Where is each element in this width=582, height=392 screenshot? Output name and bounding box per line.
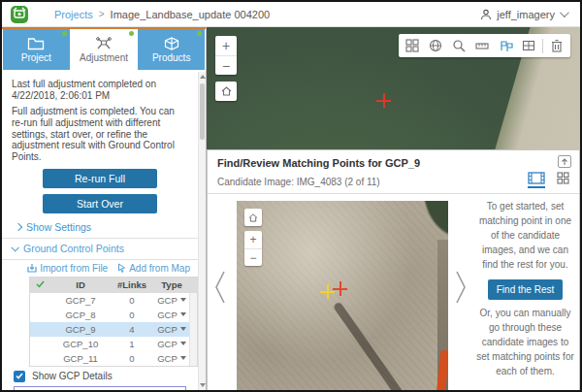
tab-label: Adjustment: [80, 52, 128, 63]
next-image-button[interactable]: [453, 267, 469, 311]
gcp-table-header: ID #Links Type: [30, 278, 197, 293]
candidate-image-label: Candidate Image: IMG_4083 (2 of 11): [217, 177, 380, 187]
viewer-zoom-out-button[interactable]: −: [244, 248, 262, 266]
table-row[interactable]: GCP_7 0 GCP: [30, 293, 197, 308]
table-row[interactable]: GCP_8 0 GCP: [30, 308, 197, 322]
find-the-rest-button[interactable]: Find the Rest: [488, 279, 563, 300]
table-row[interactable]: GCP_11 0 GCP: [30, 351, 197, 366]
divider: [2, 238, 198, 239]
gcp-id: GCP_7: [49, 295, 112, 306]
status-dot: [62, 31, 67, 36]
left-panel: Project Adjustment Products Last full ad…: [2, 27, 207, 390]
tab-adjustment[interactable]: Adjustment: [71, 29, 138, 70]
zoom-in-button[interactable]: +: [215, 36, 237, 55]
user-name: jeff_imagery: [497, 9, 555, 20]
home-icon: [248, 213, 258, 222]
gcp-links-count: 4: [112, 324, 152, 335]
scroll-up-icon[interactable]: [200, 75, 206, 79]
table-row[interactable]: GCP_10 1 GCP: [30, 337, 197, 351]
gcp-id: GCP_11: [49, 353, 112, 364]
start-over-button[interactable]: Start Over: [43, 194, 157, 213]
measure-icon[interactable]: [470, 34, 494, 57]
viewer-home-button[interactable]: [244, 209, 262, 226]
gcp-links-count: 0: [112, 353, 152, 364]
gcp-id: GCP_8: [49, 310, 112, 320]
rerun-full-button[interactable]: Re-run Full: [43, 169, 157, 188]
map-zoom-control: + −: [215, 36, 237, 75]
show-gcp-details-checkbox[interactable]: [14, 371, 25, 382]
gcp-links-count: 0: [112, 310, 152, 320]
basemap-globe-icon[interactable]: [424, 34, 447, 57]
instructions-column: To get started, set matching point in on…: [475, 199, 575, 378]
col-links[interactable]: #Links: [112, 279, 152, 290]
col-id[interactable]: ID: [49, 279, 112, 290]
add-from-map-label: Add from Map: [129, 263, 190, 274]
panel-scrollbar[interactable]: [198, 72, 206, 390]
import-icon: [27, 263, 37, 273]
app-window: Projects > Image_Landbase_update 004200 …: [0, 0, 582, 392]
gcp-type: GCP: [157, 353, 178, 364]
map-canvas[interactable]: + − esri Find/Review Matching Points for…: [207, 27, 580, 390]
divider: [2, 259, 198, 260]
matching-point-marker-red: [333, 281, 347, 296]
viewer-zoom-in-button[interactable]: +: [244, 231, 262, 248]
gcp-id: GCP_9: [49, 324, 112, 335]
scroll-down-icon[interactable]: [200, 383, 206, 387]
add-from-map-link[interactable]: Add from Map: [117, 263, 190, 274]
type-dropdown-icon[interactable]: [180, 312, 186, 316]
gcp-section-toggle[interactable]: Ground Control Points: [12, 243, 198, 254]
scrollbar-thumb[interactable]: [200, 83, 205, 140]
tab-project[interactable]: Project: [3, 29, 70, 70]
chevron-right-icon: [15, 223, 22, 231]
chevron-down-icon: [560, 8, 569, 17]
previous-image-button[interactable]: [212, 267, 228, 311]
delete-icon[interactable]: [545, 34, 568, 57]
check-icon: [16, 373, 23, 379]
gcp-type: GCP: [157, 295, 178, 306]
table-row-selected[interactable]: GCP_9 4 GCP: [30, 322, 197, 337]
import-from-file-label: Import from File: [40, 263, 108, 274]
type-dropdown-icon[interactable]: [180, 342, 186, 345]
panel-tabs: Project Adjustment Products: [2, 27, 206, 70]
gcp-type: GCP: [157, 324, 178, 335]
show-settings-label: Show Settings: [26, 221, 91, 233]
map-toolbar: [399, 34, 570, 57]
show-gcp-details-row: Show GCP Details: [14, 371, 198, 382]
grid-view-toggle[interactable]: [557, 172, 569, 184]
table-scrollbar[interactable]: [189, 293, 197, 366]
breadcrumb-projects-link[interactable]: Projects: [54, 9, 93, 20]
zoom-out-button[interactable]: −: [215, 55, 237, 75]
type-dropdown-icon[interactable]: [180, 298, 186, 302]
image-shadow: [333, 301, 405, 390]
map-home-button[interactable]: [215, 82, 237, 101]
multi-view-grid-icon[interactable]: [517, 34, 540, 57]
candidate-image-viewer[interactable]: + −: [237, 201, 448, 390]
image-collection-icon[interactable]: [401, 34, 424, 57]
gcp-editor-icon[interactable]: [494, 34, 517, 57]
search-icon[interactable]: [447, 34, 470, 57]
expand-panel-icon[interactable]: [558, 155, 571, 168]
user-menu[interactable]: jeff_imagery: [480, 9, 566, 20]
gcp-table: ID #Links Type GCP_7 0 GCP GCP_8 0 GCP: [29, 277, 198, 367]
ortho-maker-logo-icon: [10, 5, 29, 24]
breadcrumb-separator: >: [99, 9, 105, 19]
cursor-icon: [117, 263, 126, 273]
tab-label: Products: [152, 52, 190, 63]
type-dropdown-icon[interactable]: [180, 327, 186, 331]
adjustment-description: Full adjustment is completed. You can re…: [12, 106, 188, 163]
col-type[interactable]: Type: [152, 279, 191, 290]
show-settings-toggle[interactable]: Show Settings: [16, 221, 198, 233]
import-from-file-link[interactable]: Import from File: [27, 263, 108, 274]
tab-products[interactable]: Products: [138, 29, 205, 70]
user-icon: [480, 9, 492, 20]
matching-points-panel: Find/Review Matching Points for GCP_9 Ca…: [207, 149, 580, 390]
show-gcp-details-label: Show GCP Details: [32, 371, 113, 381]
status-dot: [197, 31, 202, 36]
cube-icon: [164, 37, 179, 50]
instruction-start-text: To get started, set matching point in on…: [475, 199, 575, 272]
type-dropdown-icon[interactable]: [180, 356, 186, 360]
viewer-zoom-control: + −: [244, 231, 262, 266]
toolbar-separator: [542, 39, 543, 53]
filmstrip-view-toggle[interactable]: [528, 172, 545, 188]
folder-icon: [27, 37, 45, 50]
